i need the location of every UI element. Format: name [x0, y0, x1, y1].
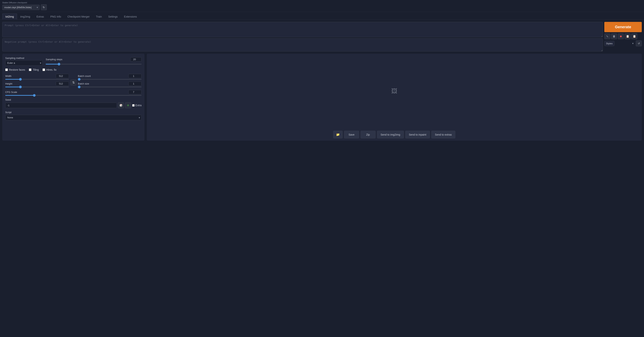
steps-slider[interactable] [46, 64, 142, 64]
batch-count-label: Batch count [78, 75, 91, 77]
generate-button[interactable]: Generate [604, 22, 642, 32]
width-label: Width [5, 75, 12, 77]
seed-label: Seed [5, 98, 142, 101]
cfg-header: CFG Scale [5, 90, 142, 94]
script-select-wrapper: None [5, 115, 142, 120]
dimensions-batch-row: Width Height [5, 74, 142, 87]
width-header: Width [5, 74, 69, 78]
batch-size-control: Batch size [78, 81, 142, 87]
recycle-icon: ♻ [127, 104, 129, 107]
middle-section: Sampling method Euler a Sampling steps [2, 54, 642, 141]
swap-dimensions-button[interactable]: ⇅ [70, 79, 76, 85]
batch-size-slider[interactable] [78, 87, 142, 87]
nav-tabs: txt2img img2img Extras PNG Info Checkpoi… [0, 12, 644, 20]
send-to-extras-button[interactable]: Send to extras [431, 131, 455, 138]
styles-row: Styles ↺ [604, 40, 642, 46]
checkpoint-wrapper: Stable Diffusion checkpoint model.ckpt [… [2, 1, 47, 10]
extra-label: Extra [135, 104, 142, 107]
output-image-area: 🖼 [147, 54, 642, 128]
copy2-button[interactable]: 📋 [631, 33, 637, 39]
checkpoint-select[interactable]: model.ckpt [89d59c3dde] [2, 5, 40, 10]
dimensions-section: Width Height [5, 74, 69, 87]
seed-input[interactable] [5, 103, 117, 108]
height-label: Height [5, 82, 12, 85]
styles-apply-button[interactable]: ↺ [636, 40, 642, 46]
top-bar: Stable Diffusion checkpoint model.ckpt [… [0, 0, 644, 12]
cfg-scale-label: CFG Scale [5, 91, 17, 93]
sampling-method-select[interactable]: Euler a [5, 60, 43, 66]
checkpoint-label: Stable Diffusion checkpoint [2, 1, 47, 4]
restore-faces-checkbox[interactable]: Restore faces [5, 68, 25, 71]
batch-count-slider[interactable] [78, 79, 142, 80]
steps-slider-container [46, 63, 142, 66]
sampling-steps-section: Sampling steps [46, 57, 142, 66]
copy1-button[interactable]: 📋 [624, 33, 630, 39]
tab-extensions[interactable]: Extensions [121, 13, 140, 20]
hires-fix-checkbox[interactable]: Hires. fix [42, 68, 56, 71]
toolbar-row: ⤡ 🗑 ⏺ 📋 📋 [604, 33, 642, 39]
script-select[interactable]: None [5, 115, 142, 120]
checkpoint-refresh-button[interactable]: ↻ [41, 4, 47, 10]
width-input[interactable] [56, 74, 69, 78]
tab-train[interactable]: Train [93, 13, 105, 20]
checkboxes-row: Restore faces Tiling Hires. fix [5, 68, 142, 71]
seed-dice-button[interactable]: 🎲 [118, 102, 124, 108]
top-section: Generate ⤡ 🗑 ⏺ 📋 📋 Styles ↺ [2, 22, 642, 51]
steps-input[interactable] [130, 57, 142, 61]
batch-size-label: Batch size [78, 82, 89, 85]
batch-size-input[interactable] [128, 81, 142, 86]
open-folder-button[interactable]: 📁 [333, 131, 342, 138]
width-control: Width [5, 74, 69, 80]
extra-checkbox-input[interactable] [132, 104, 134, 107]
positive-prompt[interactable] [2, 22, 603, 37]
tab-settings[interactable]: Settings [105, 13, 121, 20]
extra-checkbox[interactable]: Extra [132, 104, 142, 107]
styles-select[interactable]: Styles [604, 41, 614, 46]
restore-faces-input[interactable] [5, 68, 8, 71]
cfg-scale-section: CFG Scale [5, 90, 142, 96]
record-button[interactable]: ⏺ [618, 33, 624, 39]
tiling-input[interactable] [29, 68, 32, 71]
batch-count-header: Batch count [78, 74, 142, 78]
width-slider[interactable] [5, 79, 69, 80]
tab-txt2img[interactable]: txt2img [2, 13, 17, 20]
tab-img2img[interactable]: img2img [17, 13, 33, 20]
tab-extras[interactable]: Extras [33, 13, 47, 20]
tab-checkpoint-merger[interactable]: Checkpoint Merger [64, 13, 93, 20]
main-content: Generate ⤡ 🗑 ⏺ 📋 📋 Styles ↺ Sampl [0, 20, 644, 143]
generate-section: Generate ⤡ 🗑 ⏺ 📋 📋 Styles ↺ [604, 22, 642, 46]
dice-icon: 🎲 [120, 104, 122, 107]
height-control: Height [5, 81, 69, 87]
script-label: Script [5, 111, 142, 114]
send-to-inpaint-button[interactable]: Send to inpaint [405, 131, 430, 138]
hires-fix-input[interactable] [42, 68, 45, 71]
output-buttons: 📁 Save Zip Send to img2img Send to inpai… [147, 128, 642, 141]
height-slider[interactable] [5, 87, 69, 87]
read-button[interactable]: ⤡ [604, 33, 610, 39]
cfg-scale-slider[interactable] [5, 95, 142, 96]
steps-label: Sampling steps [46, 58, 62, 61]
output-panel: 🖼 📁 Save Zip Send to img2img Send to inp… [147, 54, 642, 141]
output-image-placeholder-icon: 🖼 [391, 88, 397, 95]
steps-header: Sampling steps [46, 57, 142, 61]
save-button[interactable]: Save [344, 131, 359, 138]
batch-size-header: Batch size [78, 81, 142, 86]
script-section: Script None [5, 111, 142, 120]
batch-section: Batch count Batch size [78, 74, 142, 87]
cfg-scale-input[interactable] [128, 90, 142, 94]
height-header: Height [5, 81, 69, 86]
prompts-area [2, 22, 603, 51]
seed-row: 🎲 ♻ Extra [5, 102, 142, 108]
sampling-method-label: Sampling method [5, 57, 43, 59]
sampling-method-section: Sampling method Euler a [5, 57, 43, 66]
trash-button[interactable]: 🗑 [611, 33, 617, 39]
tab-png-info[interactable]: PNG Info [47, 13, 64, 20]
send-to-img2img-button[interactable]: Send to img2img [377, 131, 404, 138]
batch-count-input[interactable] [128, 74, 142, 78]
negative-prompt[interactable] [2, 38, 603, 51]
height-input[interactable] [56, 81, 69, 86]
zip-button[interactable]: Zip [360, 131, 376, 138]
sampling-row: Sampling method Euler a Sampling steps [5, 57, 142, 66]
tiling-checkbox[interactable]: Tiling [29, 68, 39, 71]
seed-recycle-button[interactable]: ♻ [125, 102, 131, 108]
